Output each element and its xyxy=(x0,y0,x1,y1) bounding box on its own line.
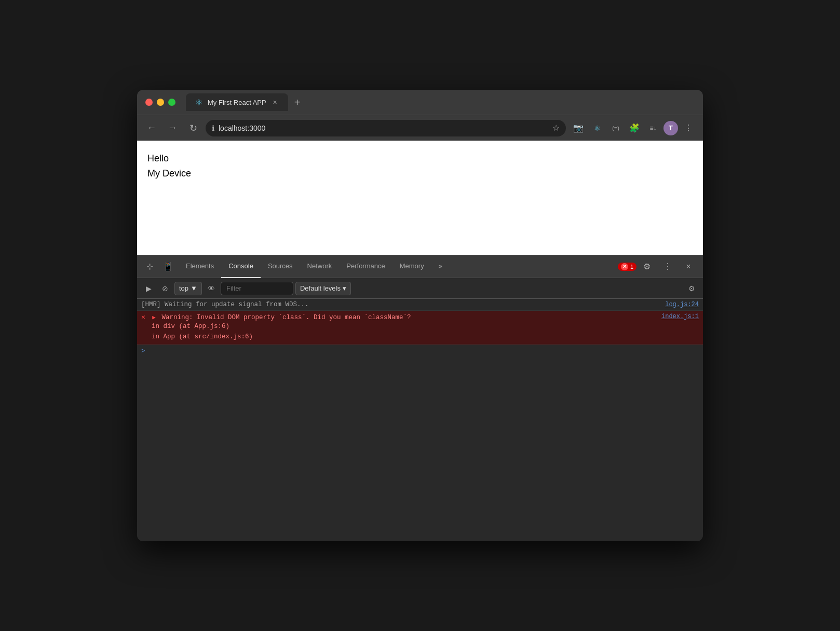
window-controls xyxy=(145,99,175,106)
media-icon: ≡↓ xyxy=(649,125,656,132)
block-icon: ⊘ xyxy=(162,284,168,293)
memory-tab-label: Memory xyxy=(400,262,424,270)
context-label: top xyxy=(179,284,188,292)
element-picker-button[interactable]: ⊹ xyxy=(141,258,158,275)
avatar-letter: T xyxy=(669,124,673,132)
context-selector[interactable]: top ▼ xyxy=(174,282,202,295)
browser-tab[interactable]: ⚛ My First React APP × xyxy=(186,93,288,111)
error-x-icon: ✕ xyxy=(141,313,145,321)
media-button[interactable]: ≡↓ xyxy=(645,120,661,136)
cursor-icon: ⊹ xyxy=(146,262,153,271)
maximize-window-button[interactable] xyxy=(168,99,175,106)
user-avatar[interactable]: T xyxy=(663,121,678,135)
error-icon: ✕ xyxy=(621,263,628,270)
tab-network[interactable]: Network xyxy=(300,255,340,278)
tab-sources[interactable]: Sources xyxy=(261,255,300,278)
minimize-window-button[interactable] xyxy=(157,99,164,106)
elements-tab-label: Elements xyxy=(186,262,214,270)
nav-bar: ← → ↻ ℹ localhost:3000 ☆ 📷 ⚛ (=) 🧩 xyxy=(137,115,703,141)
expand-triangle-icon[interactable]: ▶ xyxy=(152,314,156,321)
devtools-tab-bar: ⊹ 📱 Elements Console Sources Network xyxy=(137,255,703,278)
more-tabs-icon: » xyxy=(439,262,442,270)
address-bar[interactable]: ℹ localhost:3000 ☆ xyxy=(206,120,566,136)
devtools-close-icon: × xyxy=(686,262,690,271)
reload-button[interactable]: ↻ xyxy=(185,120,201,136)
webpage-line1: Hello xyxy=(147,151,693,166)
levels-label: Default levels xyxy=(300,284,341,292)
eye-button[interactable]: 👁 xyxy=(204,281,219,296)
error-message-text: Warning: Invalid DOM property `class`. D… xyxy=(161,314,411,321)
execute-script-button[interactable]: ▶ xyxy=(141,281,156,296)
hmr-message: [HMR] Waiting for update signal from WDS… xyxy=(141,301,657,308)
browser-content: Hello My Device ⊹ 📱 Elements Console xyxy=(137,141,703,541)
tab-title: My First React APP xyxy=(208,99,266,106)
toolbar-right: 📷 ⚛ (=) 🧩 ≡↓ T ⋮ xyxy=(570,120,697,136)
device-mode-button[interactable]: 📱 xyxy=(160,258,177,275)
console-input-line[interactable]: > xyxy=(137,345,703,358)
tab-bar: ⚛ My First React APP × + xyxy=(186,93,695,111)
more-tabs-button[interactable]: » xyxy=(431,255,450,278)
console-settings-icon: ⚙ xyxy=(688,284,695,293)
device-icon: 📱 xyxy=(163,262,173,271)
camera-button[interactable]: 📷 xyxy=(570,120,587,136)
devtools-more-button[interactable]: ⋮ xyxy=(659,258,676,275)
code-icon-button[interactable]: (=) xyxy=(607,120,624,136)
back-button[interactable]: ← xyxy=(143,120,160,136)
console-toolbar: ▶ ⊘ top ▼ 👁 Default levels ▾ xyxy=(137,278,703,299)
devtools-panel: ⊹ 📱 Elements Console Sources Network xyxy=(137,255,703,541)
error-badge: ✕ 1 xyxy=(618,263,636,271)
console-prompt: > xyxy=(141,348,145,355)
error-body: in div (at App.js:6) in App (at src/inde… xyxy=(141,321,253,342)
error-stack-line2: in App (at src/index.js:6) xyxy=(152,332,253,342)
console-filter-input[interactable] xyxy=(221,282,293,295)
forward-button[interactable]: → xyxy=(164,120,181,136)
block-icon-button[interactable]: ⊘ xyxy=(158,281,172,296)
react-favicon-icon: ⚛ xyxy=(194,98,204,107)
error-stack-line1: in div (at App.js:6) xyxy=(152,321,253,332)
console-settings-button[interactable]: ⚙ xyxy=(684,281,699,296)
levels-selector[interactable]: Default levels ▾ xyxy=(295,282,351,295)
tab-console[interactable]: Console xyxy=(221,255,261,278)
puzzle-button[interactable]: 🧩 xyxy=(626,120,643,136)
devtools-right-icons: ✕ 1 ⚙ ⋮ × xyxy=(618,258,699,275)
tab-close-button[interactable]: × xyxy=(270,98,280,107)
tab-memory[interactable]: Memory xyxy=(392,255,431,278)
tab-performance[interactable]: Performance xyxy=(339,255,392,278)
devtools-more-icon: ⋮ xyxy=(663,262,672,271)
console-error-line: ✕ ▶ Warning: Invalid DOM property `class… xyxy=(137,311,703,345)
title-bar: ⚛ My First React APP × + xyxy=(137,90,703,115)
network-tab-label: Network xyxy=(307,262,332,270)
hmr-source[interactable]: log.js:24 xyxy=(665,301,699,308)
error-count: 1 xyxy=(630,264,633,270)
context-dropdown-icon: ▼ xyxy=(191,284,197,292)
close-window-button[interactable] xyxy=(145,99,153,106)
settings-icon: ⚙ xyxy=(643,262,651,271)
tab-elements[interactable]: Elements xyxy=(179,255,221,278)
forward-icon: → xyxy=(168,122,177,133)
error-content: ✕ ▶ Warning: Invalid DOM property `class… xyxy=(141,313,411,321)
camera-icon: 📷 xyxy=(573,123,584,133)
react-devtools-icon: ⚛ xyxy=(594,124,601,132)
webpage-line2: My Device xyxy=(147,166,693,181)
info-icon: ℹ xyxy=(212,124,214,132)
bookmark-icon: ☆ xyxy=(552,123,560,133)
back-icon: ← xyxy=(147,122,156,133)
reload-icon: ↻ xyxy=(189,122,197,134)
eye-icon: 👁 xyxy=(208,284,215,293)
devtools-settings-button[interactable]: ⚙ xyxy=(639,258,655,275)
browser-window: ⚛ My First React APP × + ← → ↻ ℹ localho… xyxy=(137,90,703,541)
extensions-button[interactable]: ⚛ xyxy=(589,120,605,136)
url-text: localhost:3000 xyxy=(219,124,548,132)
webpage-area: Hello My Device xyxy=(137,141,703,255)
performance-tab-label: Performance xyxy=(346,262,385,270)
devtools-close-button[interactable]: × xyxy=(680,258,697,275)
error-header: ✕ ▶ Warning: Invalid DOM property `class… xyxy=(141,313,699,321)
console-output[interactable]: [HMR] Waiting for update signal from WDS… xyxy=(137,299,703,541)
sources-tab-label: Sources xyxy=(268,262,293,270)
more-icon: ⋮ xyxy=(684,123,693,133)
levels-dropdown-icon: ▾ xyxy=(343,284,346,292)
puzzle-icon: 🧩 xyxy=(629,123,640,133)
new-tab-button[interactable]: + xyxy=(290,95,305,109)
chrome-menu-button[interactable]: ⋮ xyxy=(680,120,697,136)
error-source[interactable]: index.js:1 xyxy=(661,313,699,320)
